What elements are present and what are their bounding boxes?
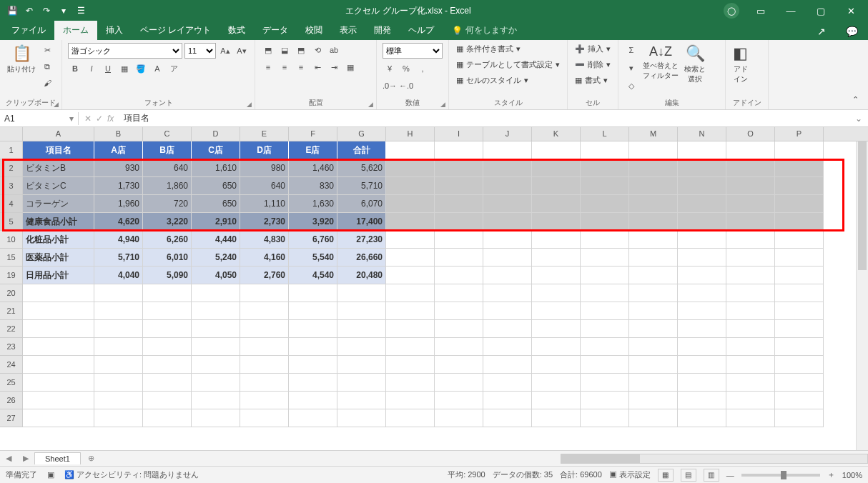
- cell[interactable]: [483, 374, 532, 392]
- align-center-icon[interactable]: ≡: [277, 60, 292, 74]
- cell[interactable]: [386, 374, 435, 392]
- cell[interactable]: [289, 320, 337, 338]
- cell[interactable]: [435, 302, 483, 320]
- cell[interactable]: [532, 141, 581, 159]
- cell[interactable]: [192, 302, 240, 320]
- cell[interactable]: 720: [143, 195, 192, 213]
- cell[interactable]: [386, 177, 435, 195]
- cell[interactable]: [386, 195, 435, 213]
- cell[interactable]: [23, 320, 94, 338]
- cell[interactable]: [775, 338, 824, 356]
- cell[interactable]: [386, 392, 435, 409]
- sheet-nav-prev-icon[interactable]: ◀: [0, 454, 17, 463]
- cell[interactable]: [337, 284, 386, 302]
- delete-cells-button[interactable]: ➖ 削除 ▾: [573, 59, 612, 71]
- row-header[interactable]: 20: [0, 284, 23, 302]
- cell[interactable]: [532, 195, 581, 213]
- cell[interactable]: [581, 213, 629, 231]
- row-header[interactable]: 22: [0, 320, 23, 338]
- cell[interactable]: [143, 284, 192, 302]
- cell[interactable]: E店: [289, 141, 337, 159]
- row-header[interactable]: 1: [0, 141, 23, 159]
- cell[interactable]: [386, 356, 435, 374]
- cell[interactable]: [94, 320, 143, 338]
- column-header[interactable]: H: [386, 127, 435, 141]
- align-bottom-icon[interactable]: ⬒: [294, 43, 308, 57]
- cell[interactable]: [337, 392, 386, 409]
- cell[interactable]: [289, 409, 337, 427]
- ribbon-options-icon[interactable]: ▭: [746, 0, 775, 21]
- shrink-font-icon[interactable]: A▾: [235, 44, 249, 58]
- increase-decimal-icon[interactable]: .0→: [383, 79, 397, 93]
- font-size-select[interactable]: 11: [184, 43, 216, 59]
- cell[interactable]: [629, 195, 678, 213]
- cell[interactable]: [435, 231, 483, 249]
- cell[interactable]: [629, 231, 678, 249]
- cell[interactable]: [726, 338, 775, 356]
- cell[interactable]: [386, 320, 435, 338]
- cell[interactable]: [678, 320, 726, 338]
- cell[interactable]: [581, 302, 629, 320]
- cell[interactable]: C店: [192, 141, 240, 159]
- expand-formula-bar-icon[interactable]: ⌄: [849, 114, 868, 124]
- cell[interactable]: 5,090: [143, 267, 192, 284]
- cell[interactable]: [678, 141, 726, 159]
- cell[interactable]: [678, 249, 726, 267]
- cell[interactable]: [435, 177, 483, 195]
- cell[interactable]: [435, 320, 483, 338]
- close-icon[interactable]: ✕: [837, 0, 865, 21]
- cell[interactable]: [532, 356, 581, 374]
- cell[interactable]: [240, 374, 289, 392]
- row-header[interactable]: 3: [0, 177, 23, 195]
- cell[interactable]: [192, 338, 240, 356]
- page-layout-view-icon[interactable]: ▤: [681, 469, 696, 482]
- cell[interactable]: [581, 320, 629, 338]
- cell[interactable]: [726, 374, 775, 392]
- tell-me[interactable]: 💡何をしますか: [448, 21, 521, 40]
- cell[interactable]: 640: [240, 177, 289, 195]
- insert-cells-button[interactable]: ➕ 挿入 ▾: [573, 43, 612, 55]
- cell[interactable]: [532, 320, 581, 338]
- column-header[interactable]: L: [581, 127, 629, 141]
- cell[interactable]: [629, 213, 678, 231]
- cell[interactable]: [435, 141, 483, 159]
- fill-icon[interactable]: ▾: [624, 61, 638, 75]
- column-header[interactable]: A: [23, 127, 94, 141]
- cell[interactable]: [629, 267, 678, 284]
- cell[interactable]: 3,220: [143, 213, 192, 231]
- account-icon[interactable]: ◯: [724, 3, 739, 19]
- cell[interactable]: 4,620: [94, 213, 143, 231]
- cell[interactable]: [532, 177, 581, 195]
- cell[interactable]: [678, 159, 726, 177]
- cell[interactable]: [629, 374, 678, 392]
- sort-filter-button[interactable]: A↓Z並べ替えと フィルター: [641, 43, 680, 82]
- cell[interactable]: 930: [94, 159, 143, 177]
- cell[interactable]: [581, 141, 629, 159]
- cell[interactable]: [386, 231, 435, 249]
- cell[interactable]: [775, 267, 824, 284]
- column-header[interactable]: O: [726, 127, 775, 141]
- cell[interactable]: [435, 267, 483, 284]
- cell[interactable]: [240, 392, 289, 409]
- tab-view[interactable]: 表示: [331, 21, 365, 40]
- column-header[interactable]: M: [629, 127, 678, 141]
- zoom-out-icon[interactable]: —: [726, 471, 734, 479]
- column-header[interactable]: D: [192, 127, 240, 141]
- cell[interactable]: 2,910: [192, 213, 240, 231]
- cell[interactable]: 4,040: [94, 267, 143, 284]
- cell[interactable]: [23, 392, 94, 409]
- cell[interactable]: [240, 356, 289, 374]
- column-header[interactable]: N: [678, 127, 726, 141]
- cell[interactable]: 640: [143, 159, 192, 177]
- cell[interactable]: [240, 409, 289, 427]
- cell[interactable]: 6,760: [289, 231, 337, 249]
- save-icon[interactable]: 💾: [6, 4, 19, 17]
- dialog-launcher-icon[interactable]: ◢: [368, 101, 373, 108]
- cell[interactable]: [435, 338, 483, 356]
- cell[interactable]: [143, 392, 192, 409]
- cell[interactable]: [483, 284, 532, 302]
- cell[interactable]: [192, 284, 240, 302]
- cell[interactable]: 化粧品小計: [23, 231, 94, 249]
- cell[interactable]: 1,960: [94, 195, 143, 213]
- cell[interactable]: [337, 374, 386, 392]
